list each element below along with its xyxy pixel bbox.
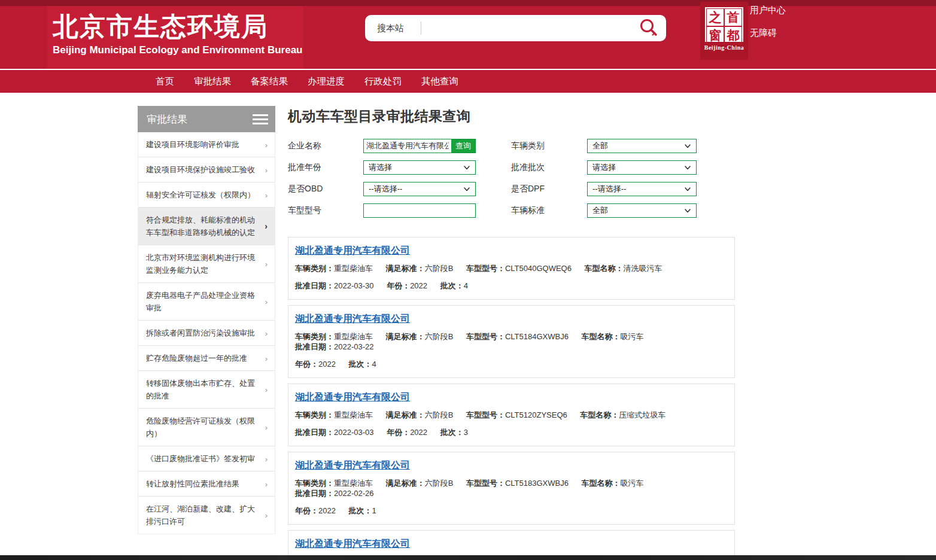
nav-item-5[interactable]: 其他查询: [421, 75, 458, 88]
result-card-2: 湖北盈通专用汽车有限公司 车辆类别：重型柴油车 满足标准：六阶段B 车型型号：C…: [288, 384, 735, 446]
vehicle-category-select[interactable]: 全部: [587, 139, 697, 153]
result-company-link[interactable]: 湖北盈通专用汽车有限公司: [295, 538, 410, 549]
model-number-input[interactable]: [363, 203, 476, 218]
result-card-1: 湖北盈通专用汽车有限公司 车辆类别：重型柴油车 满足标准：六阶段B 车型型号：C…: [288, 305, 735, 378]
result-detail-line: 车辆类别：重型柴油车 满足标准：六阶段B 车型型号：CLT5120ZYSEQ6 …: [295, 410, 727, 420]
page-title: 机动车车型目录审批结果查询: [288, 107, 735, 126]
result-field: 车型型号：CLT5040GQWEQ6: [466, 264, 572, 273]
sidebar-item-12[interactable]: 在江河、湖泊新建、改建、扩大排污口许可 ›: [138, 497, 275, 534]
result-field: 批次：4: [440, 281, 468, 290]
form-row-0: 企业名称 查询 车辆类别 全部: [288, 139, 735, 153]
result-list: 湖北盈通专用汽车有限公司 车辆类别：重型柴油车 满足标准：六阶段B 车型型号：C…: [288, 237, 735, 560]
result-company-link[interactable]: 湖北盈通专用汽车有限公司: [295, 245, 410, 256]
result-field: 批次：4: [349, 360, 376, 369]
result-field: 车型型号：CLT5120ZYSEQ6: [466, 410, 567, 419]
result-field: 车辆类别：重型柴油车: [295, 264, 373, 273]
chevron-down-icon: [463, 164, 470, 171]
result-detail-line: 车辆类别：重型柴油车 满足标准：六阶段B 车型型号：CLT5040GQWEQ6 …: [295, 263, 727, 273]
chevron-right-icon: ›: [265, 138, 268, 151]
content-area: 审批结果 建设项目环境影响评价审批 › 建设项目环境保护设施竣工验收 › 辐射安…: [138, 106, 735, 560]
hamburger-menu-icon[interactable]: [253, 114, 268, 124]
result-card-3: 湖北盈通专用汽车有限公司 车辆类别：重型柴油车 满足标准：六阶段B 车型型号：C…: [288, 452, 735, 525]
search-scope-label: 搜本站: [377, 23, 404, 34]
logo-caption: Beijing-China: [704, 44, 744, 51]
main-panel: 机动车车型目录审批结果查询 企业名称 查询 车辆类别 全部 批准年份 请选择 批…: [288, 106, 735, 560]
result-field: 满足标准：六阶段B: [386, 410, 454, 419]
chevron-right-icon: ›: [265, 296, 268, 308]
capital-window-logo-grid: 之 首 窗 都: [705, 7, 743, 42]
sidebar-item-8[interactable]: 转移固体废物出本市贮存、处置的批准 ›: [138, 371, 275, 409]
sidebar-item-9[interactable]: 危险废物经营许可证核发（权限内） ›: [138, 409, 275, 446]
obd-select[interactable]: --请选择--: [363, 182, 476, 196]
sidebar: 审批结果 建设项目环境影响评价审批 › 建设项目环境保护设施竣工验收 › 辐射安…: [138, 106, 275, 560]
result-field: 年份：2022: [295, 506, 336, 515]
result-field: 批准日期：2022-03-22: [295, 342, 374, 351]
result-company-link[interactable]: 湖北盈通专用汽车有限公司: [295, 313, 410, 324]
chevron-right-icon: ›: [265, 220, 268, 233]
sidebar-item-2[interactable]: 辐射安全许可证核发（权限内） ›: [138, 182, 275, 208]
nav-item-3[interactable]: 办理进度: [308, 75, 345, 88]
search-icon[interactable]: [637, 17, 660, 39]
dpf-select[interactable]: --请选择--: [587, 182, 697, 196]
result-field: 车辆类别：重型柴油车: [295, 410, 373, 419]
search-query-button[interactable]: 查询: [451, 139, 475, 153]
vehicle-standard-select[interactable]: 全部: [587, 203, 697, 218]
user-center-link[interactable]: 用户中心: [750, 5, 786, 16]
result-field: 车型名称：吸污车: [582, 332, 644, 341]
site-subtitle: Beijing Municipal Ecology and Environmen…: [53, 44, 303, 56]
capital-window-logo[interactable]: 之 首 窗 都 Beijing-China: [700, 2, 748, 60]
model-number-label: 车型型号: [288, 205, 363, 216]
nav-item-0[interactable]: 首页: [156, 75, 174, 88]
sidebar-item-5[interactable]: 废弃电器电子产品处理企业资格审批 ›: [138, 283, 275, 321]
search-input[interactable]: [426, 19, 633, 37]
sidebar-item-1[interactable]: 建设项目环境保护设施竣工验收 ›: [138, 157, 275, 182]
approval-batch-select[interactable]: 请选择: [587, 160, 697, 175]
result-detail-line: 年份：2022 批次：4: [295, 359, 727, 369]
nav-item-4[interactable]: 行政处罚: [364, 75, 402, 88]
sidebar-item-7[interactable]: 贮存危险废物超过一年的批准 ›: [138, 346, 275, 371]
chevron-right-icon: ›: [265, 258, 268, 270]
result-field: 车型名称：吸污车: [582, 479, 644, 488]
result-field: 批准日期：2022-03-30: [295, 281, 374, 290]
result-field: 车型名称：压缩式垃圾车: [580, 410, 665, 419]
result-field: 满足标准：六阶段B: [386, 479, 454, 488]
sidebar-item-6[interactable]: 拆除或者闲置防治污染设施审批 ›: [138, 321, 275, 346]
vehicle-standard-label: 车辆标准: [511, 205, 587, 216]
result-field: 满足标准：六阶段B: [386, 264, 454, 273]
chevron-down-icon: [684, 164, 691, 171]
search-divider: [421, 22, 421, 35]
chevron-right-icon: ›: [265, 509, 268, 522]
chevron-right-icon: ›: [265, 421, 268, 434]
obd-label: 是否OBD: [288, 184, 363, 194]
approval-year-select[interactable]: 请选择: [363, 160, 476, 175]
result-detail-line: 车辆类别：重型柴油车 满足标准：六阶段B 车型型号：CLT5183GXWBJ6 …: [295, 478, 727, 498]
result-field: 批准日期：2022-02-26: [295, 489, 374, 498]
site-title-box: 北京市生态环境局 Beijing Municipal Ecology and E…: [47, 6, 303, 69]
sidebar-item-11[interactable]: 转让放射性同位素批准结果 ›: [138, 471, 275, 497]
company-name-input[interactable]: [364, 139, 451, 153]
accessibility-link[interactable]: 无障碍: [750, 28, 786, 39]
company-name-input-group: 查询: [363, 139, 476, 153]
nav-item-1[interactable]: 审批结果: [194, 75, 231, 88]
chevron-right-icon: ›: [265, 352, 268, 364]
main-nav: 首页 审批结果 备案结果 办理进度 行政处罚 其他查询: [0, 69, 936, 93]
chevron-right-icon: ›: [265, 327, 268, 339]
sidebar-item-3[interactable]: 符合规定排放、耗能标准的机动车车型和非道路移动机械的认定 ›: [138, 208, 275, 245]
nav-item-2[interactable]: 备案结果: [251, 75, 288, 88]
sidebar-item-4[interactable]: 北京市对环境监测机构进行环境监测业务能力认定 ›: [138, 245, 275, 283]
sidebar-item-10[interactable]: 《进口废物批准证书》签发初审 ›: [138, 446, 275, 471]
sidebar-item-0[interactable]: 建设项目环境影响评价审批 ›: [138, 132, 275, 157]
result-field: 车型型号：CLT5184GXWBJ6: [466, 332, 569, 341]
result-field: 年份：2022: [295, 360, 336, 369]
result-company-link[interactable]: 湖北盈通专用汽车有限公司: [295, 391, 410, 403]
result-field: 批准日期：2022-03-03: [295, 428, 374, 437]
header-links: 用户中心 无障碍: [750, 5, 786, 39]
form-row-2: 是否OBD --请选择-- 是否DPF --请选择--: [288, 182, 735, 196]
query-form: 企业名称 查询 车辆类别 全部 批准年份 请选择 批准批次 请选择 是否OBD …: [288, 139, 735, 218]
result-field: 车辆类别：重型柴油车: [295, 332, 373, 341]
approval-year-label: 批准年份: [288, 162, 363, 173]
dpf-label: 是否DPF: [511, 184, 587, 194]
top-band: [0, 0, 936, 6]
result-company-link[interactable]: 湖北盈通专用汽车有限公司: [295, 459, 410, 471]
result-field: 批次：1: [349, 506, 376, 515]
